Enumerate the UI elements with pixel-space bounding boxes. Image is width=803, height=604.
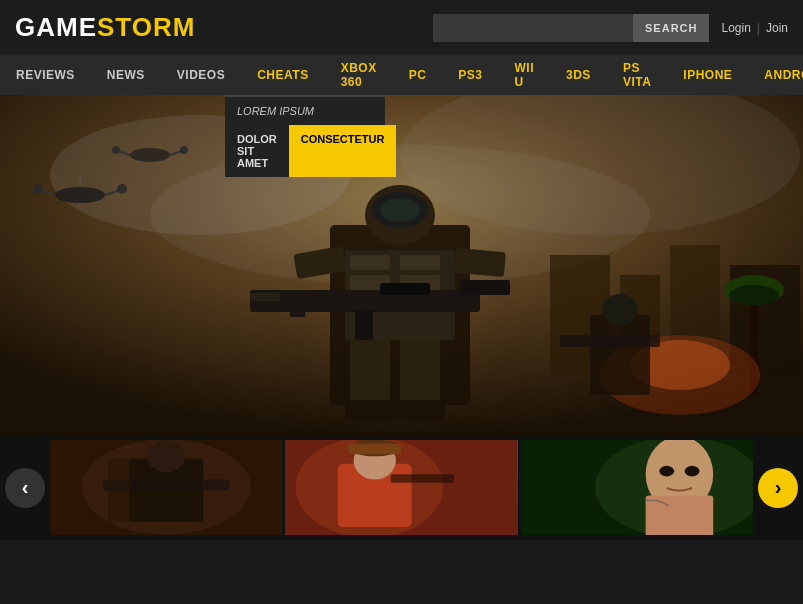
thumbnail-2[interactable]: [285, 440, 517, 535]
svg-point-47: [602, 294, 638, 326]
svg-rect-59: [391, 474, 454, 482]
login-link[interactable]: Login: [721, 21, 750, 35]
svg-rect-25: [250, 293, 280, 301]
join-link[interactable]: Join: [766, 21, 788, 35]
nav-videos[interactable]: VIDEOS: [161, 55, 241, 95]
svg-rect-29: [350, 340, 390, 410]
dropdown-item-2[interactable]: CONSECTETUR: [289, 125, 397, 177]
svg-point-37: [117, 184, 127, 194]
svg-point-15: [380, 198, 420, 222]
nav-news[interactable]: NEWS: [91, 55, 161, 95]
nav-ps3[interactable]: PS3: [442, 55, 498, 95]
svg-rect-24: [460, 280, 510, 295]
svg-rect-54: [108, 458, 129, 521]
svg-rect-61: [349, 444, 402, 455]
logo-game: GAME: [15, 12, 97, 42]
svg-point-43: [180, 146, 188, 154]
svg-rect-17: [350, 255, 390, 270]
nav-xbox360[interactable]: XBOX 360: [325, 55, 393, 95]
dropdown-header: LOREM IPSUM: [225, 97, 385, 125]
svg-point-67: [684, 466, 699, 477]
svg-point-10: [729, 285, 779, 305]
divider: |: [757, 21, 760, 35]
svg-rect-22: [454, 248, 506, 277]
svg-rect-46: [590, 315, 650, 395]
header-links: Login | Join: [721, 21, 788, 35]
svg-rect-31: [345, 400, 395, 420]
svg-point-66: [659, 466, 674, 477]
nav-iphone[interactable]: IPHONE: [667, 55, 748, 95]
search-input[interactable]: [433, 14, 633, 42]
nav-reviews[interactable]: REVIEWS: [0, 55, 91, 95]
dropdown-items: DOLOR SIT AMET CONSECTETUR: [225, 125, 385, 177]
header: GAMESTORM SEARCH Login | Join: [0, 0, 803, 55]
nav-android[interactable]: ANDROID: [748, 55, 803, 95]
logo-storm: STORM: [97, 12, 195, 42]
nav-3ds[interactable]: 3DS: [550, 55, 607, 95]
search-bar: SEARCH: [433, 14, 709, 42]
dropdown-item-1[interactable]: DOLOR SIT AMET: [225, 125, 289, 177]
svg-rect-27: [380, 283, 430, 295]
svg-rect-18: [400, 255, 440, 270]
header-right: SEARCH Login | Join: [433, 14, 788, 42]
svg-rect-48: [560, 335, 660, 347]
thumbnails-row: ‹: [0, 435, 803, 540]
search-button[interactable]: SEARCH: [633, 14, 709, 42]
nav-wiiu[interactable]: WII U: [499, 55, 551, 95]
svg-rect-23: [250, 290, 480, 312]
thumbnail-list: [50, 440, 753, 535]
svg-point-39: [130, 148, 170, 162]
next-button[interactable]: ›: [758, 468, 798, 508]
svg-point-41: [112, 146, 120, 154]
svg-point-33: [55, 187, 105, 203]
svg-rect-32: [395, 400, 445, 420]
svg-rect-28: [355, 310, 373, 340]
thumbnail-1[interactable]: [50, 440, 282, 535]
svg-point-35: [33, 184, 43, 194]
nav: REVIEWS NEWS VIDEOS CHEATS XBOX 360 PC P…: [0, 55, 803, 95]
svg-point-52: [147, 441, 185, 473]
nav-cheats[interactable]: CHEATS: [241, 55, 324, 95]
dropdown-menu: LOREM IPSUM DOLOR SIT AMET CONSECTETUR: [225, 95, 385, 177]
logo: GAMESTORM: [15, 12, 195, 43]
nav-psvita[interactable]: PS VITA: [607, 55, 667, 95]
prev-button[interactable]: ‹: [5, 468, 45, 508]
svg-rect-30: [400, 340, 440, 410]
nav-pc[interactable]: PC: [393, 55, 443, 95]
hero-image: [0, 95, 803, 435]
svg-rect-26: [290, 297, 305, 317]
thumbnail-3[interactable]: [521, 440, 753, 535]
